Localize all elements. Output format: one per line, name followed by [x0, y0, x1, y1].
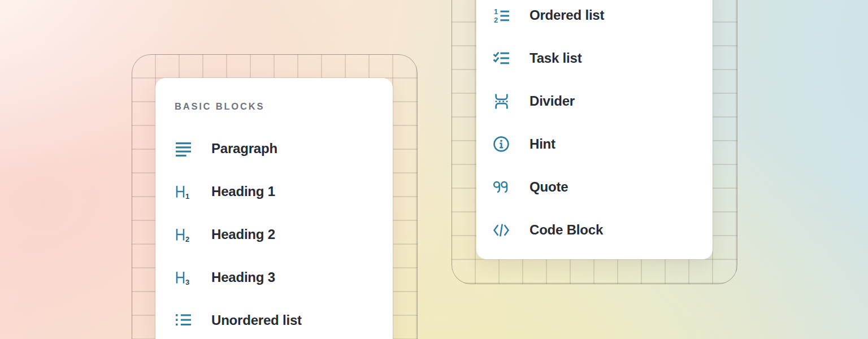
menu-item-label: Code Block	[530, 222, 603, 238]
menu-item-heading-2[interactable]: 2 Heading 2	[155, 213, 393, 256]
menu-item-label: Divider	[530, 93, 575, 109]
menu-item-code-block[interactable]: Code Block	[476, 208, 713, 251]
menu-item-label: Ordered list	[530, 7, 604, 23]
heading-2-icon: 2	[175, 226, 192, 243]
block-menus-illustration: BASIC BLOCKS Paragraph 1 Heading 1	[0, 0, 868, 339]
menu-item-label: Quote	[530, 179, 568, 195]
menu-item-label: Hint	[530, 136, 555, 152]
menu-item-label: Task list	[530, 50, 581, 66]
menu-item-label: Paragraph	[211, 141, 277, 157]
menu-item-label: Heading 3	[211, 270, 275, 285]
svg-text:2: 2	[494, 15, 498, 23]
menu-item-heading-1[interactable]: 1 Heading 1	[155, 170, 393, 213]
heading-3-icon: 3	[175, 269, 192, 286]
menu-item-label: Heading 2	[211, 227, 275, 242]
more-blocks-menu: 1 2 Ordered list	[476, 0, 713, 259]
section-label: BASIC BLOCKS	[175, 99, 393, 113]
menu-item-paragraph[interactable]: Paragraph	[155, 127, 393, 170]
basic-blocks-menu: BASIC BLOCKS Paragraph 1 Heading 1	[155, 78, 393, 339]
menu-item-divider[interactable]: Divider	[476, 80, 713, 123]
menu-item-heading-3[interactable]: 3 Heading 3	[155, 256, 393, 299]
task-list-icon	[493, 50, 510, 67]
ordered-list-icon: 1 2	[493, 7, 510, 24]
code-block-icon	[493, 221, 510, 238]
svg-text:3: 3	[185, 278, 189, 286]
menu-item-hint[interactable]: Hint	[476, 123, 713, 166]
menu-item-task-list[interactable]: Task list	[476, 37, 713, 80]
unordered-list-icon	[175, 312, 192, 329]
svg-text:1: 1	[494, 7, 498, 16]
menu-item-ordered-list[interactable]: 1 2 Ordered list	[476, 0, 713, 37]
svg-text:2: 2	[185, 235, 189, 243]
quote-icon	[493, 179, 510, 195]
menu-item-unordered-list[interactable]: Unordered list	[155, 299, 393, 339]
menu-item-quote[interactable]: Quote	[476, 166, 713, 208]
menu-item-label: Unordered list	[211, 312, 302, 328]
paragraph-icon	[175, 140, 192, 157]
svg-text:1: 1	[185, 192, 189, 200]
heading-1-icon: 1	[175, 183, 192, 200]
divider-icon	[493, 93, 510, 110]
menu-item-label: Heading 1	[211, 184, 275, 199]
hint-icon	[493, 136, 510, 153]
